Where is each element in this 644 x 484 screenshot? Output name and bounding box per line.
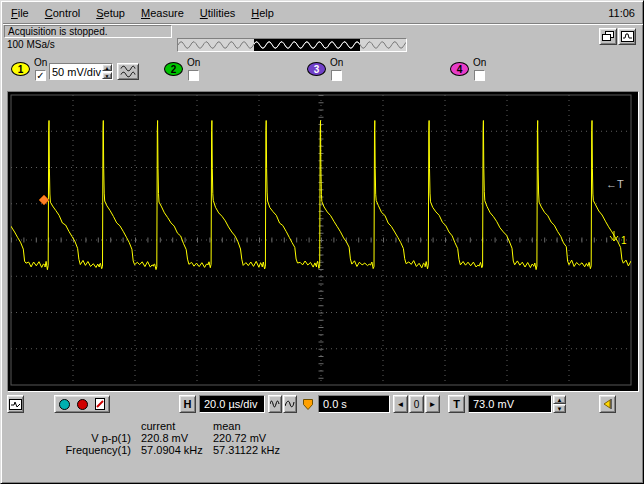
position-step-indicator: 0 [409,395,424,413]
compressed-wave-icon [270,400,280,408]
channel1-coupling-button[interactable] [117,63,139,80]
menu-measure[interactable]: Measure [133,4,192,22]
channel4-on-label: On [473,57,486,68]
display-layout-button[interactable] [7,395,24,413]
measurement-marker-diamond[interactable] [39,195,49,205]
position-right-button[interactable]: ► [425,395,440,413]
scope-display-button[interactable] [618,28,636,45]
channel1-on-checkbox[interactable]: ✓ [35,70,46,81]
trigger-level-up-button[interactable]: ▲ [553,395,566,404]
timebase-scale-field[interactable]: 20.0 µs/div [199,395,265,413]
menu-control[interactable]: Control [37,4,88,22]
waveform-display-area[interactable]: ←T 1 [7,91,639,392]
annotation-icon[interactable] [95,398,105,410]
horizontal-position-marker-icon [303,399,313,410]
expanded-wave-icon [285,400,295,408]
channel1-on-label: On [34,57,47,68]
channel3-on-checkbox[interactable] [331,70,342,81]
channel3-button[interactable]: 3 [307,62,326,76]
measurement-row2-label: Frequency(1) [5,444,131,456]
measurement-row1-label: V p-p(1) [5,432,131,444]
trigger-setup-button[interactable]: T [448,395,465,413]
menu-file[interactable]: File [3,4,37,22]
measurement-row2-current: 57.0904 kHz [141,444,203,456]
measurement-row2-mean: 57.31122 kHz [213,444,280,456]
menu-help[interactable]: Help [243,4,282,22]
oscilloscope-app: File Control Setup Measure Utilities Hel… [0,0,644,484]
checkmark-icon: ✓ [36,70,44,81]
measurement-row1-current: 220.8 mV [141,432,188,444]
channel4-on-checkbox[interactable] [474,70,485,81]
window-restore-icon [602,31,614,42]
menu-bar: File Control Setup Measure Utilities Hel… [3,3,643,23]
display-layout-icon [9,399,22,410]
channel4-button[interactable]: 4 [450,62,469,76]
channel1-scale-up-button[interactable]: ▲ [102,64,112,71]
channel1-scale-down-button[interactable]: ▼ [102,72,112,79]
measurement-row1-mean: 220.72 mV [213,432,266,444]
trigger-level-marker[interactable]: ←T [606,178,624,190]
trigger-marker-icon [602,398,614,410]
menu-setup[interactable]: Setup [88,4,133,22]
timebase-zoom-out-button[interactable] [268,395,282,413]
acquisition-preview-strip[interactable] [177,38,407,52]
measurement-results-panel: current mean V p-p(1) 220.8 mV 220.72 mV… [1,417,644,475]
scope-display-icon [621,31,634,42]
menu-utilities[interactable]: Utilities [192,4,243,22]
measurement-col-current: current [141,420,175,432]
trigger-marker-button[interactable] [599,395,616,413]
preview-selected-region[interactable] [254,39,360,51]
channel1-button[interactable]: 1 [11,62,30,76]
window-restore-button[interactable] [599,28,617,45]
preview-waveform [178,39,406,51]
channel1-number: 1 [18,64,24,75]
trigger-level-spinner: ▲ ▼ [553,395,566,413]
channel2-on-label: On [187,57,200,68]
channel1-scale-field[interactable]: 50 mV/div ▲ ▼ [49,63,113,80]
channel3-number: 3 [314,64,320,75]
ac-coupling-icon [120,65,136,78]
marker-b-icon[interactable] [77,399,88,410]
horizontal-setup-button[interactable]: H [179,395,196,413]
channel1-scale-value: 50 mV/div [52,66,101,78]
channel1-scale-spinner: ▲ ▼ [102,64,112,79]
sample-rate: 100 MSa/s [7,39,55,50]
trigger-level-down-button[interactable]: ▼ [553,404,566,413]
channel4-number: 4 [457,64,463,75]
channel2-button[interactable]: 2 [164,62,183,76]
horizontal-position-marker[interactable] [301,395,315,413]
timebase-zoom-in-button[interactable] [283,395,297,413]
svg-text:1: 1 [621,235,627,246]
marker-a-icon[interactable] [59,399,70,410]
marker-toolbar [54,395,110,413]
horizontal-position-field[interactable]: 0.0 s [318,395,390,413]
channel2-number: 2 [171,64,177,75]
measurement-col-mean: mean [213,420,241,432]
position-left-button[interactable]: ◄ [393,395,408,413]
clock: 11:06 [608,7,635,19]
acquisition-status: Acquisition is stopped. [4,25,172,38]
channel3-on-label: On [330,57,343,68]
channel2-on-checkbox[interactable] [188,70,199,81]
trigger-level-field[interactable]: 73.0 mV [468,395,552,413]
